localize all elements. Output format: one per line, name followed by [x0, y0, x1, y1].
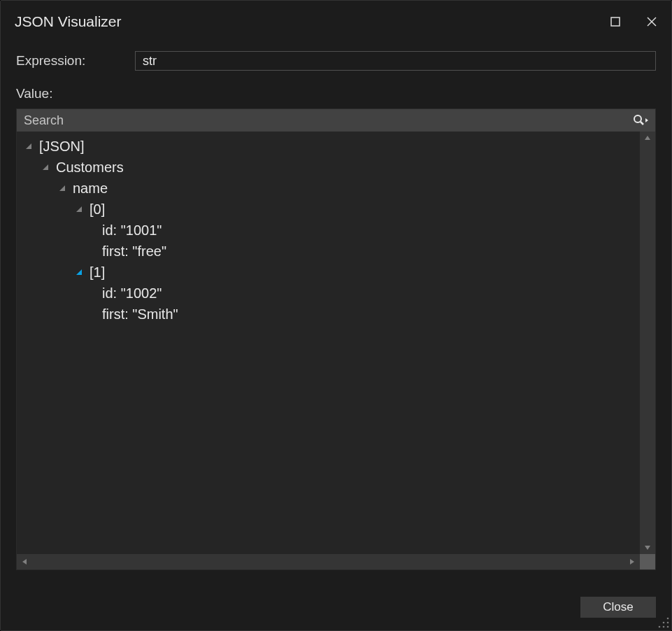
resize-grip[interactable] [657, 616, 670, 629]
scroll-up-button[interactable] [640, 132, 655, 144]
tree-leaf[interactable]: first: "free" [24, 241, 640, 262]
vertical-scrollbar[interactable] [640, 132, 655, 554]
tree-node-label: name [73, 180, 108, 197]
window-title: JSON Visualizer [15, 13, 122, 30]
tree-node-label: Customers [56, 159, 124, 176]
svg-point-9 [663, 626, 665, 628]
svg-point-5 [667, 618, 669, 620]
close-window-button[interactable] [643, 13, 660, 30]
expand-toggle[interactable] [57, 183, 67, 193]
tree-leaf-label: first: "free" [102, 243, 166, 260]
scroll-right-button[interactable] [624, 554, 640, 569]
svg-line-4 [641, 122, 643, 125]
svg-point-3 [634, 115, 641, 122]
expand-toggle[interactable] [74, 267, 84, 277]
svg-point-8 [667, 626, 669, 628]
tree-node-label: [JSON] [39, 139, 84, 155]
close-icon [646, 16, 657, 27]
tree-node-label: [1] [90, 264, 105, 281]
window-controls [607, 13, 660, 30]
tree-node-name[interactable]: name [24, 178, 640, 199]
svg-point-7 [663, 622, 665, 624]
json-visualizer-window: JSON Visualizer Expression: Value: [0, 0, 672, 631]
search-row [17, 109, 655, 132]
svg-point-10 [659, 626, 661, 628]
tree-leaf-label: id: "1001" [102, 222, 162, 239]
tree-leaf-label: id: "1002" [102, 285, 162, 302]
footer: Close [1, 584, 671, 630]
search-input[interactable] [17, 109, 627, 132]
tree-node-customers[interactable]: Customers [24, 157, 640, 178]
tree-node-index-0[interactable]: [0] [24, 199, 640, 220]
tree-leaf-label: first: "Smith" [102, 306, 178, 322]
close-button[interactable]: Close [580, 597, 656, 618]
expand-toggle[interactable] [74, 204, 84, 214]
expand-toggle[interactable] [41, 162, 50, 172]
svg-point-6 [667, 622, 669, 624]
tree-node-label: [0] [90, 201, 105, 218]
tree-node-index-1[interactable]: [1] [24, 262, 640, 283]
scroll-down-button[interactable] [640, 541, 655, 554]
value-label: Value: [16, 86, 656, 101]
tree-viewport[interactable]: [JSON] Customers name [0] [17, 132, 640, 554]
svg-rect-0 [611, 17, 620, 26]
maximize-icon [610, 17, 620, 27]
content-area: Expression: Value: [ [1, 43, 671, 584]
tree-leaf[interactable]: id: "1002" [24, 283, 640, 304]
horizontal-scrollbar[interactable] [17, 554, 640, 569]
tree-leaf[interactable]: first: "Smith" [24, 304, 640, 325]
value-panel: [JSON] Customers name [0] [16, 108, 656, 570]
expression-row: Expression: [16, 51, 656, 71]
tree-node-root[interactable]: [JSON] [24, 136, 640, 157]
expression-input[interactable] [135, 51, 656, 71]
search-icon [633, 114, 650, 127]
scroll-left-button[interactable] [17, 554, 32, 569]
maximize-button[interactable] [607, 13, 624, 30]
scroll-corner [640, 554, 655, 569]
bottom-scroll-row [17, 554, 655, 569]
resize-grip-icon [657, 616, 670, 629]
tree-leaf[interactable]: id: "1001" [24, 220, 640, 241]
search-button[interactable] [627, 109, 655, 132]
expression-label: Expression: [16, 53, 135, 69]
expand-toggle[interactable] [24, 141, 34, 151]
title-bar: JSON Visualizer [1, 1, 671, 43]
tree-area: [JSON] Customers name [0] [17, 132, 655, 554]
